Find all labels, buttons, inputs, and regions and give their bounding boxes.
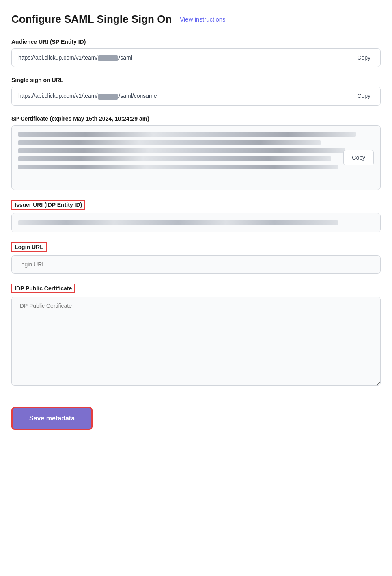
audience-uri-copy-button[interactable]: Copy [347, 50, 380, 66]
idp-certificate-label: IDP Public Certificate [11, 284, 75, 293]
audience-uri-redacted [98, 55, 118, 61]
sp-certificate-content [18, 132, 374, 169]
sso-url-prefix: https://api.clickup.com/v1/team/ [18, 93, 97, 99]
idp-certificate-section: IDP Public Certificate [11, 284, 381, 388]
sso-url-label: Single sign on URL [11, 77, 381, 83]
sp-certificate-label: SP Certificate (expires May 15th 2024, 1… [11, 115, 381, 122]
audience-uri-value: https://api.clickup.com/v1/team//saml [12, 49, 347, 67]
audience-uri-section: Audience URI (SP Entity ID) https://api.… [11, 39, 381, 67]
audience-uri-suffix: /saml [118, 54, 132, 61]
page-header: Configure SAML Single Sign On View instr… [11, 13, 381, 26]
cert-line-2 [18, 140, 321, 145]
sso-url-redacted [98, 94, 118, 100]
issuer-uri-field [11, 213, 381, 232]
sp-certificate-section: SP Certificate (expires May 15th 2024, 1… [11, 115, 381, 190]
sso-url-field: https://api.clickup.com/v1/team//saml/co… [11, 87, 381, 105]
page-title: Configure SAML Single Sign On [11, 13, 172, 26]
issuer-uri-section: Issuer URI (IDP Entity ID) [11, 200, 381, 232]
cert-line-3 [18, 148, 345, 153]
audience-uri-field: https://api.clickup.com/v1/team//saml Co… [11, 48, 381, 67]
cert-line-4 [18, 156, 331, 161]
login-url-input[interactable] [11, 255, 381, 274]
cert-line-5 [18, 165, 338, 169]
audience-uri-label: Audience URI (SP Entity ID) [11, 39, 381, 45]
sp-certificate-field: Copy [11, 125, 381, 190]
sso-url-value: https://api.clickup.com/v1/team//saml/co… [12, 87, 347, 105]
cert-line-1 [18, 132, 356, 137]
issuer-uri-label: Issuer URI (IDP Entity ID) [11, 200, 85, 210]
sso-url-section: Single sign on URL https://api.clickup.c… [11, 77, 381, 105]
view-instructions-link[interactable]: View instructions [180, 16, 225, 23]
login-url-section: Login URL [11, 242, 381, 274]
idp-certificate-input[interactable] [11, 297, 381, 386]
sp-certificate-copy-button[interactable]: Copy [343, 150, 374, 165]
login-url-label: Login URL [11, 242, 47, 252]
issuer-uri-blurred [18, 220, 338, 225]
audience-uri-prefix: https://api.clickup.com/v1/team/ [18, 54, 97, 61]
sso-url-copy-button[interactable]: Copy [347, 88, 380, 104]
save-metadata-button[interactable]: Save metadata [11, 407, 93, 430]
sso-url-suffix: /saml/consume [118, 93, 157, 99]
